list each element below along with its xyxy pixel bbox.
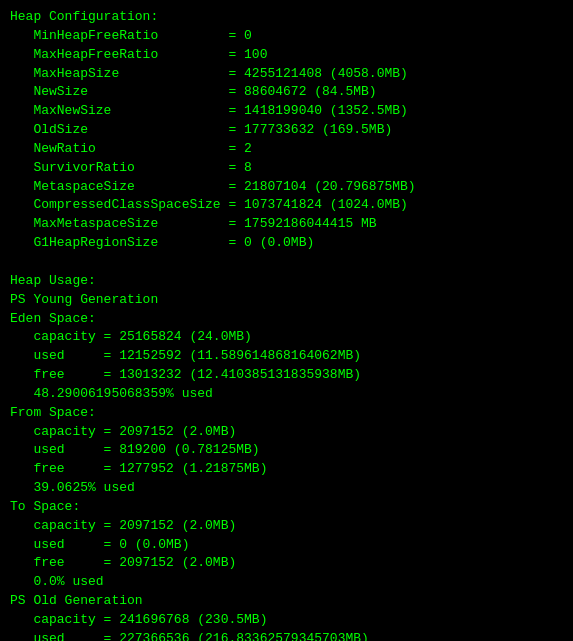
terminal-output: Heap Configuration: MinHeapFreeRatio = 0… <box>10 8 563 641</box>
